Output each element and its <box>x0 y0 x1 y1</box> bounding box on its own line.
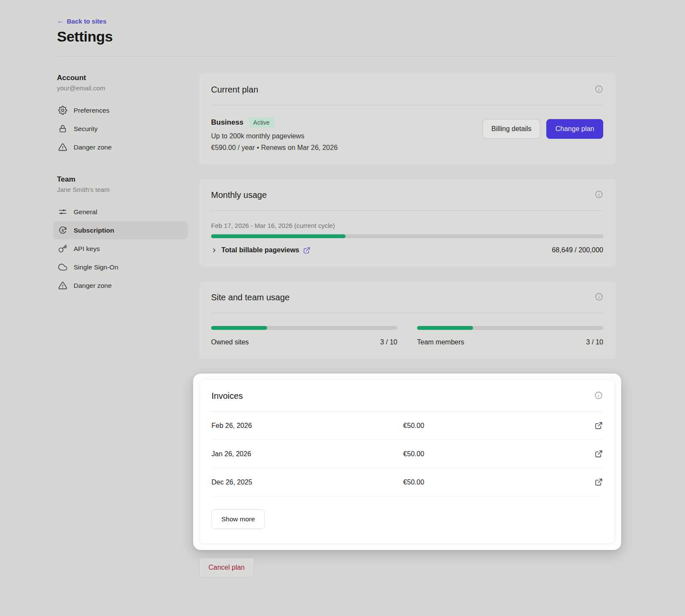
settings-page: ← Back to sites Settings Account your@em… <box>0 0 685 616</box>
pageviews-count: 68,649 / 200,000 <box>552 246 603 254</box>
owned-sites-progress-track <box>211 326 397 330</box>
sidebar-item-api-keys[interactable]: API keys <box>53 239 188 258</box>
plan-price-line: €590.00 / year • Renews on Mar 26, 2026 <box>211 144 338 152</box>
sidebar-item-security[interactable]: Security <box>53 120 188 138</box>
invoice-row: Jan 26, 2026 €50.00 <box>211 440 603 468</box>
sidebar-item-danger-zone-account[interactable]: Danger zone <box>53 138 188 156</box>
total-billable-pageviews-row[interactable]: Total billable pageviews <box>211 246 310 254</box>
plan-name: Business <box>211 118 244 127</box>
invoice-date: Jan 26, 2026 <box>211 450 403 458</box>
invoices-spotlight-wrapper: Invoices Feb 26, 2026 €50.00 Jan 26, 202… <box>193 374 621 550</box>
sidebar-item-label: Danger zone <box>74 282 112 290</box>
gear-icon <box>58 106 67 115</box>
invoice-date: Feb 26, 2026 <box>211 422 403 430</box>
sidebar-item-subscription[interactable]: Subscription <box>53 221 188 239</box>
sidebar-item-general[interactable]: General <box>53 203 188 221</box>
invoices-title: Invoices <box>211 391 243 401</box>
sidebar-item-label: Danger zone <box>74 144 112 151</box>
team-members-label: Team members <box>417 338 464 346</box>
account-email: your@email.com <box>57 84 188 92</box>
pageviews-progress-track <box>211 234 603 238</box>
sidebar-item-label: General <box>74 208 97 216</box>
owned-sites-label: Owned sites <box>211 338 249 346</box>
invoice-date: Dec 26, 2025 <box>211 478 403 486</box>
change-plan-button[interactable]: Change plan <box>546 119 603 139</box>
invoice-row: Feb 26, 2026 €50.00 <box>211 412 603 440</box>
currency-refresh-icon <box>58 226 67 235</box>
sidebar-item-label: Subscription <box>74 227 114 234</box>
show-more-button[interactable]: Show more <box>211 509 265 529</box>
sidebar-item-preferences[interactable]: Preferences <box>53 101 188 120</box>
sidebar-item-label: Preferences <box>74 107 110 114</box>
cloud-icon <box>58 263 67 272</box>
plan-description: Up to 200k monthly pageviews <box>211 132 338 140</box>
team-section-header: Team <box>57 175 188 184</box>
monthly-usage-card: Monthly usage Feb 17, 2026 - Mar 16, 202… <box>199 179 615 267</box>
invoice-amount: €50.00 <box>403 478 595 486</box>
cancel-plan-section: Cancel plan <box>199 558 615 577</box>
invoice-row: Dec 26, 2025 €50.00 <box>211 468 603 496</box>
billing-details-button[interactable]: Billing details <box>482 119 540 139</box>
info-icon[interactable] <box>595 190 603 199</box>
site-team-usage-title: Site and team usage <box>211 293 289 302</box>
plan-summary: Business Active Up to 200k monthly pagev… <box>211 117 338 152</box>
sidebar-item-single-sign-on[interactable]: Single Sign-On <box>53 258 188 276</box>
info-icon[interactable] <box>595 293 603 301</box>
back-to-sites-link[interactable]: ← Back to sites <box>57 17 107 25</box>
sidebar-item-label: Security <box>74 125 98 133</box>
invoices-card: Invoices Feb 26, 2026 €50.00 Jan 26, 202… <box>199 380 615 544</box>
external-link-icon[interactable] <box>595 422 603 430</box>
arrow-left-icon: ← <box>57 17 64 25</box>
site-team-usage-card: Site and team usage Owned sites 3 / 10 <box>199 281 615 359</box>
pageviews-row-label: Total billable pageviews <box>221 246 299 254</box>
divider <box>211 313 603 313</box>
owned-sites-value: 3 / 10 <box>380 338 397 346</box>
billing-cycle-label: Feb 17, 2026 - Mar 16, 2026 (current cyc… <box>211 222 603 229</box>
page-title: Settings <box>57 28 615 45</box>
owned-sites-meter: Owned sites 3 / 10 <box>211 326 397 346</box>
lock-icon <box>58 124 67 133</box>
warning-triangle-icon <box>58 281 67 290</box>
invoice-amount: €50.00 <box>403 450 595 458</box>
current-plan-title: Current plan <box>211 85 258 95</box>
divider <box>211 105 603 105</box>
team-name: Jane Smith's team <box>57 186 188 193</box>
chevron-right-icon <box>211 247 217 254</box>
external-link-icon[interactable] <box>595 478 603 486</box>
team-members-progress-track <box>417 326 603 330</box>
sidebar-item-label: API keys <box>74 245 100 253</box>
current-plan-card: Current plan Business Active Up to 200k … <box>199 74 615 164</box>
account-section-header: Account <box>57 74 188 82</box>
pageviews-progress-fill <box>211 234 345 238</box>
key-icon <box>58 244 67 253</box>
info-icon[interactable] <box>594 391 603 400</box>
divider <box>211 210 603 211</box>
status-badge: Active <box>249 117 274 128</box>
team-members-value: 3 / 10 <box>586 338 603 346</box>
cancel-plan-button[interactable]: Cancel plan <box>199 558 254 577</box>
account-nav-list: Preferences Security Danger zone <box>53 101 188 156</box>
sliders-icon <box>58 207 67 216</box>
monthly-usage-title: Monthly usage <box>211 190 267 200</box>
header-divider <box>57 56 615 57</box>
sidebar-item-danger-zone-team[interactable]: Danger zone <box>53 276 188 295</box>
subscription-panel: Current plan Business Active Up to 200k … <box>199 74 615 577</box>
back-link-label: Back to sites <box>67 18 107 25</box>
sidebar-item-label: Single Sign-On <box>74 263 118 271</box>
info-icon[interactable] <box>595 85 603 93</box>
team-nav-list: General Subscription API keys Single Sig… <box>53 203 188 295</box>
team-members-meter: Team members 3 / 10 <box>417 326 603 346</box>
warning-triangle-icon <box>58 143 67 152</box>
settings-sidebar: Account your@email.com Preferences Secur… <box>57 74 188 577</box>
team-members-progress-fill <box>417 326 473 330</box>
invoice-amount: €50.00 <box>403 422 595 430</box>
owned-sites-progress-fill <box>211 326 267 330</box>
external-link-icon[interactable] <box>303 247 310 254</box>
external-link-icon[interactable] <box>595 450 603 458</box>
